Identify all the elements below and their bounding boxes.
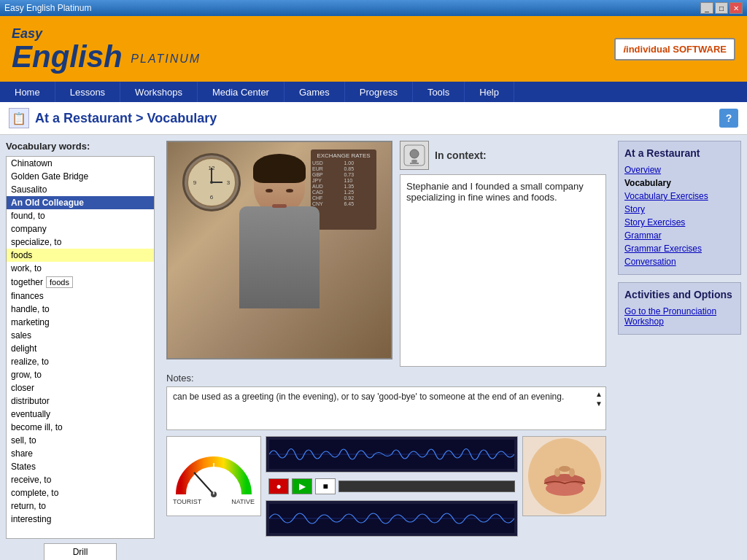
- svg-point-24: [559, 466, 570, 472]
- face: [261, 183, 298, 212]
- vocab-item[interactable]: interesting: [7, 513, 154, 526]
- svg-rect-11: [410, 163, 419, 164]
- vocabulary-panel: Vocabulary words: ChinatownGolden Gate B…: [0, 135, 160, 560]
- vocab-item[interactable]: Golden Gate Bridge: [7, 170, 154, 183]
- vocab-item[interactable]: closer: [7, 381, 154, 394]
- vocab-item[interactable]: receive, to: [7, 473, 154, 486]
- nav-workshops[interactable]: Workshops: [120, 82, 198, 102]
- breadcrumb-icon: 📋: [9, 108, 29, 128]
- play-button[interactable]: ▶: [292, 478, 312, 494]
- lesson-nav-link[interactable]: Overview: [624, 163, 735, 176]
- breadcrumb-path: At a Restaurant > Vocabulary: [35, 111, 217, 126]
- notes-label: Notes:: [166, 373, 606, 384]
- vocab-item[interactable]: marketing: [7, 316, 154, 329]
- nav-home[interactable]: Home: [0, 82, 55, 102]
- logo: Easy English PLATINUM: [12, 26, 201, 72]
- lesson-nav-link[interactable]: Grammar: [624, 229, 735, 242]
- video-frame: EXCHANGE RATES USD1.00 EUR0.85 GBP0.73 J…: [166, 141, 392, 359]
- vocab-item[interactable]: delight: [7, 342, 154, 355]
- lesson-nav-link[interactable]: Grammar Exercises: [624, 242, 735, 255]
- vocab-item[interactable]: complete, to: [7, 486, 154, 499]
- lesson-nav-section: At a Restaurant OverviewVocabularyVocabu…: [618, 141, 741, 275]
- svg-point-7: [210, 181, 213, 184]
- vocab-item[interactable]: specialize, to: [7, 236, 154, 249]
- lesson-nav-title: At a Restaurant: [624, 147, 735, 159]
- lesson-nav-link[interactable]: Story: [624, 203, 735, 216]
- vocab-item[interactable]: company: [7, 222, 154, 236]
- mouth-animation: [522, 436, 606, 516]
- vocab-label: Vocabulary words:: [6, 141, 155, 152]
- vocab-item[interactable]: work, to: [7, 262, 154, 275]
- activities-title: Activities and Options: [624, 289, 735, 300]
- vocab-item[interactable]: Chinatown: [7, 157, 154, 170]
- vocab-item[interactable]: handle, to: [7, 303, 154, 316]
- lesson-nav-link[interactable]: Conversation: [624, 255, 735, 268]
- help-button[interactable]: ?: [719, 109, 738, 128]
- vocab-item[interactable]: togetherfoods: [7, 275, 154, 289]
- vocab-item[interactable]: sales: [7, 329, 154, 342]
- drill-button[interactable]: Drill: [44, 543, 117, 560]
- vocab-item[interactable]: An Old Colleague: [7, 196, 154, 209]
- playback-waveform: [266, 436, 518, 472]
- vocab-item[interactable]: Sausalito: [7, 183, 154, 196]
- logo-platinum: PLATINUM: [131, 52, 201, 64]
- notes-box: can be used as a greeting (in the evenin…: [166, 386, 606, 430]
- context-label: In context:: [435, 149, 487, 161]
- activity-link[interactable]: Go to the Pronunciation Workshop: [624, 305, 735, 328]
- gauge-native: NATIVE: [231, 498, 255, 505]
- nav-tools[interactable]: Tools: [413, 82, 465, 102]
- activities-section: Activities and Options Go to the Pronunc…: [618, 282, 741, 335]
- vocab-item[interactable]: return, to: [7, 499, 154, 513]
- notes-scroll-down[interactable]: ▼: [595, 400, 603, 408]
- lesson-nav-links: OverviewVocabularyVocabulary ExercisesSt…: [624, 163, 735, 268]
- svg-text:9: 9: [193, 179, 197, 186]
- notes-scroll-up[interactable]: ▲: [595, 390, 603, 398]
- maximize-button[interactable]: □: [715, 2, 728, 14]
- main-content: Vocabulary words: ChinatownGolden Gate B…: [0, 135, 747, 560]
- navbar: Home Lessons Workshops Media Center Game…: [0, 82, 747, 102]
- context-text: Stephanie and I founded a small company …: [400, 174, 606, 367]
- nav-media-center[interactable]: Media Center: [198, 82, 285, 102]
- vocab-item[interactable]: grow, to: [7, 368, 154, 381]
- vocab-item[interactable]: realize, to: [7, 355, 154, 368]
- waveform-controls: ● ▶ ■: [266, 436, 518, 524]
- svg-line-12: [194, 472, 214, 494]
- audio-icon[interactable]: [400, 141, 429, 170]
- activity-links: Go to the Pronunciation Workshop: [624, 305, 735, 328]
- header: Easy English PLATINUM iindividual SOFTWA…: [0, 16, 747, 82]
- gauge-tourist: TOURIST: [173, 498, 201, 505]
- close-button[interactable]: ✕: [729, 2, 743, 14]
- vocab-item[interactable]: share: [7, 447, 154, 460]
- logo-english: English PLATINUM: [12, 42, 201, 72]
- context-header: In context:: [400, 141, 606, 170]
- vocab-item[interactable]: foods: [7, 249, 154, 262]
- vocab-item[interactable]: eventually: [7, 408, 154, 421]
- playback-controls: ● ▶ ■: [266, 475, 518, 497]
- lesson-nav-link[interactable]: Story Exercises: [624, 216, 735, 229]
- record-button[interactable]: ●: [268, 478, 289, 494]
- vocab-item[interactable]: finances: [7, 289, 154, 303]
- nav-progress[interactable]: Progress: [345, 82, 413, 102]
- lesson-nav-link[interactable]: Vocabulary Exercises: [624, 190, 735, 203]
- vocab-item[interactable]: become ill, to: [7, 421, 154, 434]
- vocab-item[interactable]: found, to: [7, 209, 154, 222]
- nav-lessons[interactable]: Lessons: [55, 82, 120, 102]
- center-panel: EXCHANGE RATES USD1.00 EUR0.85 GBP0.73 J…: [160, 135, 612, 560]
- svg-point-9: [410, 149, 419, 158]
- vocab-list[interactable]: ChinatownGolden Gate BridgeSausalitoAn O…: [6, 156, 155, 539]
- window-controls: _ □ ✕: [700, 2, 743, 14]
- progress-bar[interactable]: [338, 481, 515, 492]
- video-placeholder: EXCHANGE RATES USD1.00 EUR0.85 GBP0.73 J…: [168, 142, 391, 358]
- vocab-item[interactable]: distributor: [7, 394, 154, 408]
- gauge-labels: TOURIST NATIVE: [170, 498, 258, 505]
- minimize-button[interactable]: _: [700, 2, 713, 14]
- nav-games[interactable]: Games: [285, 82, 345, 102]
- stop-button[interactable]: ■: [315, 478, 336, 494]
- breadcrumb-bar: 📋 At a Restaurant > Vocabulary ?: [0, 102, 747, 135]
- vocab-item[interactable]: sell, to: [7, 434, 154, 447]
- right-sidebar: At a Restaurant OverviewVocabularyVocabu…: [612, 135, 747, 560]
- nav-help[interactable]: Help: [465, 82, 514, 102]
- top-row: EXCHANGE RATES USD1.00 EUR0.85 GBP0.73 J…: [166, 141, 606, 367]
- speed-gauge: TOURIST NATIVE: [166, 436, 261, 516]
- vocab-item[interactable]: States: [7, 460, 154, 473]
